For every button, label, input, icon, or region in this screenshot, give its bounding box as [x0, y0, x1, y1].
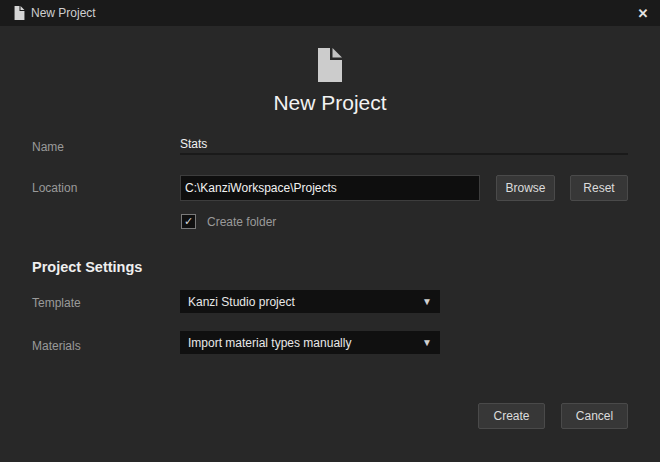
materials-dropdown-value: Import material types manually [188, 336, 351, 350]
document-icon [14, 6, 25, 20]
chevron-down-icon: ▼ [422, 337, 432, 348]
new-project-icon [318, 48, 342, 82]
cancel-button[interactable]: Cancel [561, 403, 628, 429]
close-icon: ✕ [638, 6, 649, 21]
template-dropdown-value: Kanzi Studio project [188, 295, 295, 309]
materials-dropdown[interactable]: Import material types manually ▼ [180, 331, 440, 354]
new-project-dialog: New Project ✕ New Project Name Location … [0, 0, 660, 462]
close-button[interactable]: ✕ [631, 0, 655, 26]
location-input[interactable] [180, 175, 480, 201]
create-button[interactable]: Create [478, 403, 545, 429]
name-input[interactable] [180, 134, 628, 155]
template-dropdown[interactable]: Kanzi Studio project ▼ [180, 290, 440, 313]
project-settings-heading: Project Settings [32, 259, 142, 275]
location-label: Location [32, 181, 77, 195]
window-title: New Project [31, 0, 96, 26]
chevron-down-icon: ▼ [422, 296, 432, 307]
name-label: Name [32, 140, 64, 154]
materials-label: Materials [32, 339, 81, 353]
create-folder-checkbox[interactable]: ✓ [181, 214, 196, 229]
create-folder-label: Create folder [207, 215, 276, 229]
template-label: Template [32, 296, 81, 310]
checkmark-icon: ✓ [184, 216, 193, 227]
title-bar[interactable]: New Project ✕ [0, 0, 660, 26]
reset-button[interactable]: Reset [570, 175, 628, 201]
dialog-heading: New Project [0, 91, 660, 115]
browse-button[interactable]: Browse [496, 175, 555, 201]
